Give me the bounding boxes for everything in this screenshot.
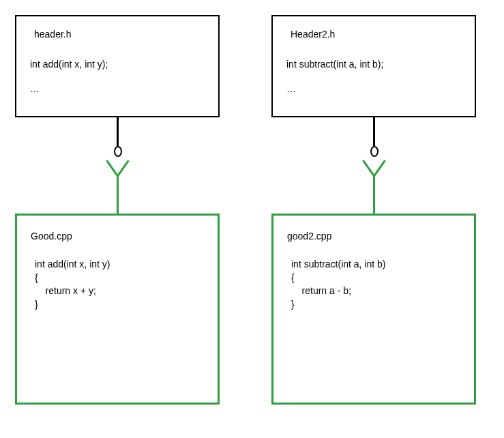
connector-circle-left	[114, 146, 122, 157]
connector-y-stem-left	[117, 176, 119, 214]
header-filename-right: Header2.h	[291, 29, 461, 40]
header-ellipsis-left: …	[30, 83, 205, 94]
connector-y-arm-left-l	[106, 160, 119, 177]
header-declaration-left: int add(int x, int y);	[30, 59, 205, 70]
connector-circle-right	[370, 146, 379, 157]
header-declaration-right: int subtract(int a, int b);	[286, 59, 461, 70]
connector-y-arm-right-l	[362, 160, 375, 177]
header-file-box-left: header.h int add(int x, int y); …	[15, 15, 220, 117]
connector-stem-left	[117, 117, 119, 146]
impl-file-box-left: Good.cpp int add(int x, int y) { return …	[15, 214, 220, 405]
connector-y-arm-left-r	[117, 160, 130, 177]
header-file-box-right: Header2.h int subtract(int a, int b); …	[271, 15, 476, 117]
connector-y-stem-right	[373, 176, 375, 214]
header-filename-left: header.h	[34, 29, 205, 40]
impl-code-right: int subtract(int a, int b) { return a - …	[291, 258, 460, 311]
header-ellipsis-right: …	[286, 83, 461, 94]
impl-file-box-right: good2.cpp int subtract(int a, int b) { r…	[271, 214, 476, 405]
connector-y-arm-right-r	[373, 160, 386, 177]
impl-filename-left: Good.cpp	[31, 231, 204, 242]
impl-filename-right: good2.cpp	[287, 231, 460, 242]
impl-code-left: int add(int x, int y) { return x + y; }	[35, 258, 204, 311]
connector-stem-right	[373, 117, 375, 146]
